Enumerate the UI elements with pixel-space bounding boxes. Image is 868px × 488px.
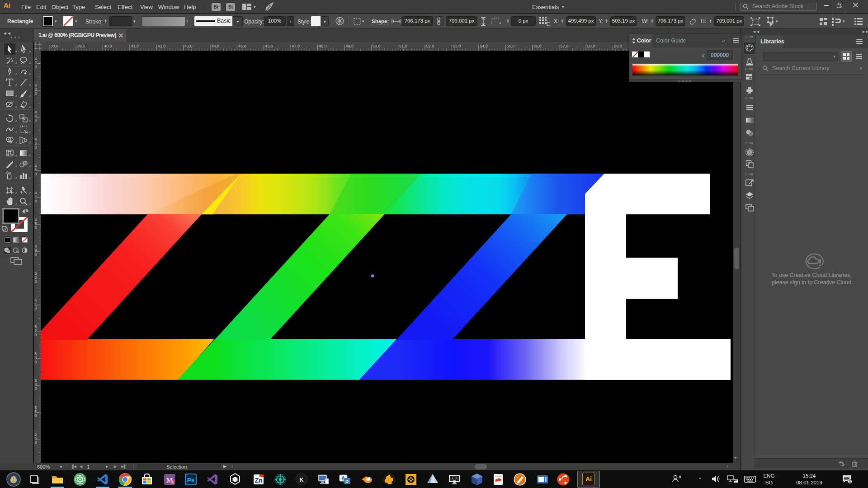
svg-text:59,0: 59,0 — [614, 44, 622, 48]
svg-text:0: 0 — [35, 225, 37, 230]
svg-text:47,0: 47,0 — [292, 44, 300, 48]
svg-text:0: 0 — [35, 279, 37, 284]
svg-text:54,0: 54,0 — [480, 44, 488, 48]
svg-text:K: K — [300, 477, 304, 483]
svg-text:Zn: Zn — [255, 477, 262, 484]
svg-text:45,0: 45,0 — [238, 44, 246, 48]
svg-text:52,0: 52,0 — [426, 44, 434, 48]
svg-text:42,0: 42,0 — [158, 44, 166, 48]
svg-text:41,0: 41,0 — [131, 44, 139, 48]
svg-text:53,0: 53,0 — [453, 44, 461, 48]
svg-text:1: 1 — [849, 479, 851, 484]
svg-text:0: 0 — [35, 360, 37, 364]
svg-text:48,0: 48,0 — [319, 44, 327, 48]
svg-text:39,0: 39,0 — [77, 44, 85, 48]
svg-text:0: 0 — [35, 65, 37, 69]
svg-text:0: 0 — [35, 413, 37, 418]
svg-text:0: 0 — [35, 172, 37, 176]
svg-text:0: 0 — [35, 333, 37, 337]
svg-text:0: 0 — [35, 440, 37, 445]
svg-text:0: 0 — [35, 306, 37, 310]
svg-text:38,0: 38,0 — [50, 44, 58, 48]
svg-text:49,0: 49,0 — [345, 44, 354, 48]
svg-text:B: B — [345, 479, 349, 483]
svg-text:51,0: 51,0 — [399, 44, 407, 48]
svg-text:44,0: 44,0 — [212, 44, 220, 48]
svg-text:40,0: 40,0 — [104, 44, 112, 48]
svg-text:0: 0 — [35, 91, 37, 96]
svg-text:2: 2 — [171, 480, 174, 484]
svg-text:0: 0 — [35, 118, 37, 122]
svg-text:50,0: 50,0 — [373, 44, 381, 48]
svg-text:0: 0 — [35, 252, 37, 257]
svg-text:57,0: 57,0 — [560, 44, 568, 48]
svg-text:55,0: 55,0 — [507, 44, 515, 48]
svg-text:0: 0 — [35, 386, 37, 391]
svg-text:Ps: Ps — [187, 477, 194, 483]
svg-text:46,0: 46,0 — [265, 44, 273, 48]
svg-text:58,0: 58,0 — [587, 44, 595, 48]
svg-text:43,0: 43,0 — [184, 44, 193, 48]
svg-text:0: 0 — [35, 199, 37, 203]
svg-text:56,0: 56,0 — [533, 44, 542, 48]
svg-text:0: 0 — [35, 145, 37, 150]
